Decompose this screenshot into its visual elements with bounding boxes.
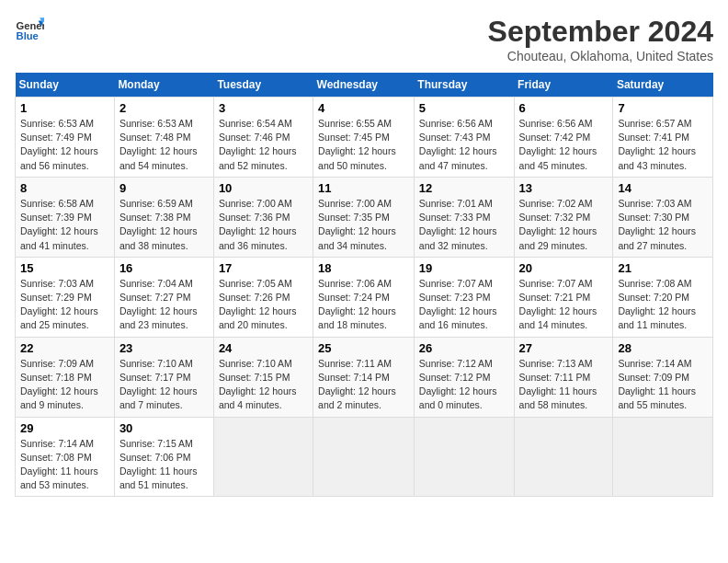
calendar-cell-27: 27 Sunrise: 7:13 AMSunset: 7:11 PMDaylig… [514,337,613,417]
day-info: Sunrise: 7:14 AMSunset: 7:09 PMDaylight:… [618,358,696,411]
day-info: Sunrise: 7:06 AMSunset: 7:24 PMDaylight:… [318,278,396,331]
calendar-cell-30: 30 Sunrise: 7:15 AMSunset: 7:06 PMDaylig… [114,417,213,497]
calendar-cell-2: 2 Sunrise: 6:53 AMSunset: 7:48 PMDayligh… [114,98,213,178]
day-info: Sunrise: 6:59 AMSunset: 7:38 PMDaylight:… [119,198,198,251]
page-subtitle: Chouteau, Oklahoma, United States [488,49,713,63]
day-number: 3 [219,101,308,115]
day-info: Sunrise: 7:01 AMSunset: 7:33 PMDaylight:… [419,198,497,251]
day-info: Sunrise: 7:03 AMSunset: 7:29 PMDaylight:… [20,278,98,331]
page-header: General Blue September 2024 Chouteau, Ok… [15,15,713,63]
day-number: 23 [119,341,209,355]
day-number: 9 [119,181,209,195]
calendar-cell-16: 16 Sunrise: 7:04 AMSunset: 7:27 PMDaylig… [114,257,213,337]
empty-cell [613,417,713,497]
calendar-cell-12: 12 Sunrise: 7:01 AMSunset: 7:33 PMDaylig… [414,177,514,257]
day-number: 5 [419,101,509,115]
day-number: 21 [618,261,708,275]
day-number: 27 [519,341,609,355]
day-number: 19 [419,261,509,275]
calendar-cell-3: 3 Sunrise: 6:54 AMSunset: 7:46 PMDayligh… [213,98,313,178]
svg-text:Blue: Blue [17,30,39,41]
day-number: 15 [20,261,109,275]
day-info: Sunrise: 6:53 AMSunset: 7:49 PMDaylight:… [20,118,98,171]
day-number: 22 [20,341,109,355]
day-number: 16 [119,261,209,275]
title-block: September 2024 Chouteau, Oklahoma, Unite… [488,15,713,63]
calendar-cell-24: 24 Sunrise: 7:10 AMSunset: 7:15 PMDaylig… [213,337,313,417]
day-info: Sunrise: 7:00 AMSunset: 7:35 PMDaylight:… [318,198,396,251]
calendar-week-row: 29 Sunrise: 7:14 AMSunset: 7:08 PMDaylig… [16,417,713,497]
day-info: Sunrise: 7:11 AMSunset: 7:14 PMDaylight:… [318,358,396,411]
calendar-week-row: 22 Sunrise: 7:09 AMSunset: 7:18 PMDaylig… [16,337,713,417]
weekday-header-thursday: Thursday [414,73,514,98]
calendar-cell-23: 23 Sunrise: 7:10 AMSunset: 7:17 PMDaylig… [114,337,213,417]
day-number: 2 [119,101,209,115]
day-number: 29 [20,421,109,435]
day-info: Sunrise: 6:58 AMSunset: 7:39 PMDaylight:… [20,198,98,251]
weekday-header-tuesday: Tuesday [213,73,313,98]
day-number: 28 [618,341,708,355]
calendar-cell-17: 17 Sunrise: 7:05 AMSunset: 7:26 PMDaylig… [213,257,313,337]
empty-cell [514,417,613,497]
day-number: 26 [419,341,509,355]
day-info: Sunrise: 6:55 AMSunset: 7:45 PMDaylight:… [318,118,396,171]
calendar-cell-5: 5 Sunrise: 6:56 AMSunset: 7:43 PMDayligh… [414,98,514,178]
calendar-cell-9: 9 Sunrise: 6:59 AMSunset: 7:38 PMDayligh… [114,177,213,257]
day-info: Sunrise: 7:00 AMSunset: 7:36 PMDaylight:… [219,198,297,251]
day-info: Sunrise: 7:15 AMSunset: 7:06 PMDaylight:… [119,438,198,491]
weekday-header-row: SundayMondayTuesdayWednesdayThursdayFrid… [16,73,713,98]
calendar-cell-25: 25 Sunrise: 7:11 AMSunset: 7:14 PMDaylig… [313,337,415,417]
day-info: Sunrise: 7:12 AMSunset: 7:12 PMDaylight:… [419,358,497,411]
day-info: Sunrise: 7:10 AMSunset: 7:15 PMDaylight:… [219,358,297,411]
day-info: Sunrise: 7:04 AMSunset: 7:27 PMDaylight:… [119,278,198,331]
day-info: Sunrise: 7:07 AMSunset: 7:21 PMDaylight:… [519,278,597,331]
day-info: Sunrise: 6:53 AMSunset: 7:48 PMDaylight:… [119,118,198,171]
calendar-week-row: 15 Sunrise: 7:03 AMSunset: 7:29 PMDaylig… [16,257,713,337]
calendar-week-row: 1 Sunrise: 6:53 AMSunset: 7:49 PMDayligh… [16,98,713,178]
day-info: Sunrise: 6:56 AMSunset: 7:42 PMDaylight:… [519,118,597,171]
calendar-cell-14: 14 Sunrise: 7:03 AMSunset: 7:30 PMDaylig… [613,177,713,257]
day-number: 1 [20,101,109,115]
day-number: 11 [318,181,409,195]
calendar-cell-8: 8 Sunrise: 6:58 AMSunset: 7:39 PMDayligh… [16,177,115,257]
weekday-header-monday: Monday [114,73,213,98]
day-number: 8 [20,181,109,195]
day-info: Sunrise: 7:03 AMSunset: 7:30 PMDaylight:… [618,198,696,251]
page-title: September 2024 [488,15,713,49]
calendar-cell-18: 18 Sunrise: 7:06 AMSunset: 7:24 PMDaylig… [313,257,415,337]
day-number: 30 [119,421,209,435]
calendar-cell-11: 11 Sunrise: 7:00 AMSunset: 7:35 PMDaylig… [313,177,415,257]
day-number: 18 [318,261,409,275]
day-number: 20 [519,261,609,275]
day-info: Sunrise: 7:10 AMSunset: 7:17 PMDaylight:… [119,358,198,411]
day-number: 17 [219,261,308,275]
day-number: 14 [618,181,708,195]
empty-cell [414,417,514,497]
empty-cell [213,417,313,497]
calendar-cell-22: 22 Sunrise: 7:09 AMSunset: 7:18 PMDaylig… [16,337,115,417]
day-info: Sunrise: 7:05 AMSunset: 7:26 PMDaylight:… [219,278,297,331]
calendar-table: SundayMondayTuesdayWednesdayThursdayFrid… [15,73,713,497]
weekday-header-wednesday: Wednesday [313,73,415,98]
calendar-cell-1: 1 Sunrise: 6:53 AMSunset: 7:49 PMDayligh… [16,98,115,178]
logo-icon: General Blue [15,15,44,44]
day-info: Sunrise: 6:56 AMSunset: 7:43 PMDaylight:… [419,118,497,171]
calendar-cell-19: 19 Sunrise: 7:07 AMSunset: 7:23 PMDaylig… [414,257,514,337]
day-info: Sunrise: 7:07 AMSunset: 7:23 PMDaylight:… [419,278,497,331]
day-number: 13 [519,181,609,195]
day-number: 10 [219,181,308,195]
day-info: Sunrise: 7:13 AMSunset: 7:11 PMDaylight:… [519,358,597,411]
calendar-cell-21: 21 Sunrise: 7:08 AMSunset: 7:20 PMDaylig… [613,257,713,337]
calendar-week-row: 8 Sunrise: 6:58 AMSunset: 7:39 PMDayligh… [16,177,713,257]
calendar-cell-7: 7 Sunrise: 6:57 AMSunset: 7:41 PMDayligh… [613,98,713,178]
day-info: Sunrise: 6:57 AMSunset: 7:41 PMDaylight:… [618,118,696,171]
weekday-header-sunday: Sunday [16,73,115,98]
calendar-cell-28: 28 Sunrise: 7:14 AMSunset: 7:09 PMDaylig… [613,337,713,417]
day-info: Sunrise: 7:08 AMSunset: 7:20 PMDaylight:… [618,278,696,331]
day-number: 4 [318,101,409,115]
day-info: Sunrise: 7:02 AMSunset: 7:32 PMDaylight:… [519,198,597,251]
calendar-cell-26: 26 Sunrise: 7:12 AMSunset: 7:12 PMDaylig… [414,337,514,417]
weekday-header-friday: Friday [514,73,613,98]
calendar-cell-6: 6 Sunrise: 6:56 AMSunset: 7:42 PMDayligh… [514,98,613,178]
calendar-cell-13: 13 Sunrise: 7:02 AMSunset: 7:32 PMDaylig… [514,177,613,257]
